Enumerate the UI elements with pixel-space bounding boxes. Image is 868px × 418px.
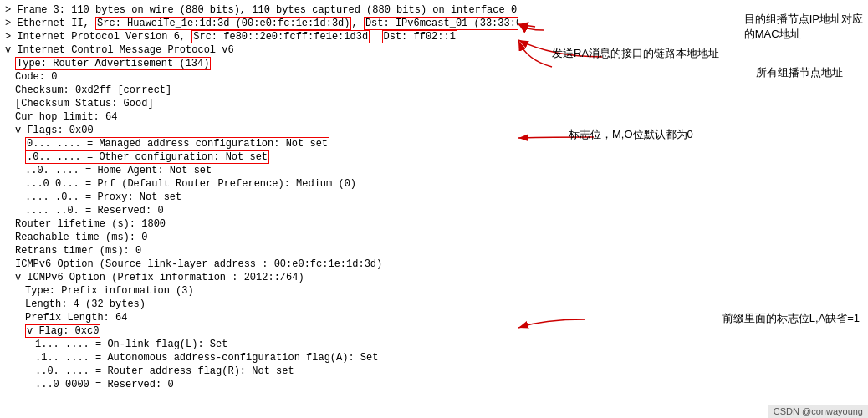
ethernet-line: > Ethernet II, Src: HuaweiTe_1e:1d:3d (0…: [2, 17, 517, 30]
prefix-type-line: Type: Prefix information (3): [2, 284, 517, 298]
frame-line: > Frame 3: 110 bytes on wire (880 bits),…: [2, 3, 517, 17]
svg-line-1: [518, 24, 535, 27]
type-ra-line: Type: Router Advertisement (134): [2, 57, 517, 70]
prefix-length-line: Length: 4 (32 bytes): [2, 298, 517, 311]
flag-home-line: ..0. .... = Home Agent: Not set: [2, 164, 517, 177]
flag-r-line: ..0. .... = Router address flag(R): Not …: [2, 364, 517, 378]
icmpv6-opt-prefix-line: v ICMPv6 Option (Prefix information : 20…: [2, 271, 517, 284]
type-ra-box: Type: Router Advertisement (134): [15, 57, 211, 70]
code-line: Code: 0: [2, 70, 517, 84]
main-content: > Frame 3: 110 bytes on wire (880 bits),…: [0, 0, 868, 418]
reachable-time-line: Reachable time (ms): 0: [2, 231, 517, 244]
ipv6-line: > Internet Protocol Version 6, Src: fe80…: [2, 30, 517, 43]
frame-prefix: >: [5, 4, 17, 16]
icmp-chevron: v: [5, 44, 17, 56]
flag-l-line: 1... .... = On-link flag(L): Set: [2, 338, 517, 351]
checksum-line: Checksum: 0xd2ff [correct]: [2, 84, 517, 97]
ipv6-src-box: Src: fe80::2e0:fcff:fe1e:1d3d: [191, 30, 370, 43]
flag-oxc0-box: v Flag: 0xc0: [25, 324, 100, 338]
flag-res-line: ...0 0000 = Reserved: 0: [2, 378, 517, 391]
flag-managed-line: 0... .... = Managed address configuratio…: [2, 137, 517, 150]
annotation-2: 发送RA消息的接口的链路本地地址: [552, 46, 719, 61]
arrows-overlay: [518, 0, 868, 418]
annotation-4: 标志位，M,O位默认都为0: [569, 127, 693, 142]
icmpv6-opt-src-line: ICMPv6 Option (Source link-layer address…: [2, 257, 517, 271]
flag-other-box: .0.. .... = Other configuration: Not set: [25, 150, 269, 164]
flag-managed-box: 0... .... = Managed address configuratio…: [25, 137, 329, 150]
eth-src-box: Src: HuaweiTe_1e:1d:3d (00:e0:fc:1e:1d:3…: [95, 17, 351, 30]
icmpv6-label-line: v Internet Control Message Protocol v6: [2, 43, 517, 57]
prefix-length2-line: Prefix Length: 64: [2, 311, 517, 324]
annotation-panel: 目的组播节点IP地址对应 的MAC地址 发送RA消息的接口的链路本地地址 所有组…: [518, 0, 868, 418]
flag-prf-line: ...0 0... = Prf (Default Router Preferen…: [2, 177, 517, 191]
checksum-status-line: [Checksum Status: Good]: [2, 97, 517, 110]
flag-oxc0-line: v Flag: 0xc0: [2, 324, 517, 338]
retrans-timer-line: Retrans timer (ms): 0: [2, 244, 517, 257]
flag-proxy-line: .... .0.. = Proxy: Not set: [2, 191, 517, 204]
eth-prefix: >: [5, 18, 17, 29]
cur-hop-line: Cur hop limit: 64: [2, 110, 517, 124]
annotation-3: 所有组播节点地址: [756, 65, 843, 80]
flag-a-line: .1.. .... = Autonomous address-configura…: [2, 351, 517, 364]
eth-dst-box: Dst: IPv6mcast_01 (33:33:00:00:00:01): [364, 17, 518, 30]
ipv6-dst-box: Dst: ff02::1: [382, 30, 457, 43]
ipv6-prefix: >: [5, 31, 17, 43]
annotation-1: 目的组播节点IP地址对应 的MAC地址: [744, 12, 863, 42]
flag-other-line: .0.. .... = Other configuration: Not set: [2, 150, 517, 164]
packet-panel: > Frame 3: 110 bytes on wire (880 bits),…: [0, 0, 518, 418]
flag-reserved-line: .... ..0. = Reserved: 0: [2, 204, 517, 217]
bottom-bar: CSDN @conwayoung: [768, 405, 868, 418]
annotation-5: 前缀里面的标志位L,A缺省=1: [722, 311, 860, 326]
flags-line: v Flags: 0x00: [2, 124, 517, 137]
router-lifetime-line: Router lifetime (s): 1800: [2, 217, 517, 231]
